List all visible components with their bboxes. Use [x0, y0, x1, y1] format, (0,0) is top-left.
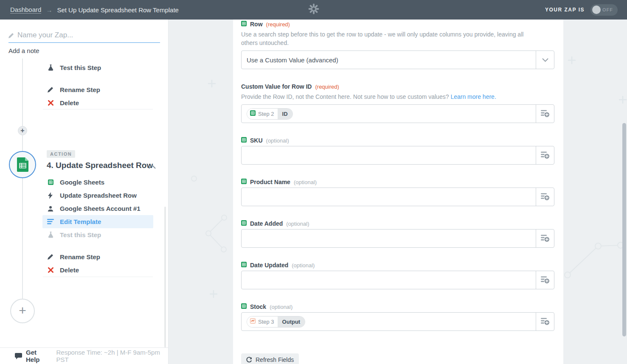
field-requirement: (required) — [266, 21, 290, 28]
field-label: Date Added — [250, 220, 283, 227]
field-help-text: Provide the Row ID, not the Content here… — [241, 92, 541, 101]
tag-field-label: Output — [278, 316, 305, 327]
list-icon — [47, 219, 54, 224]
step-field-tag[interactable]: Step 3Output — [247, 316, 305, 328]
sidebar-item-edit-template[interactable]: Edit Template — [42, 215, 153, 228]
sidebar-item-label: Test this Step — [60, 64, 101, 71]
field-input-area[interactable]: Step 3Output — [242, 313, 536, 330]
zapier-asterisk-icon — [308, 3, 319, 16]
tag-field-label: ID — [278, 109, 292, 119]
field-label-row: Stock(optional) — [241, 302, 554, 311]
field-label: Custom Value for Row ID — [241, 83, 312, 90]
sheets-icon — [47, 179, 54, 185]
step-app-icon[interactable] — [9, 151, 36, 178]
field-requirement: (optional) — [294, 179, 317, 185]
toggle-knob — [592, 6, 601, 14]
sheets-icon — [241, 137, 247, 144]
field-label: Stock — [250, 303, 266, 310]
field-label-row: Product Name(optional) — [241, 178, 554, 186]
insert-fields-button[interactable] — [536, 230, 554, 247]
add-note-link[interactable]: Add a note — [8, 47, 39, 54]
insert-fields-icon — [541, 193, 550, 201]
flask-icon — [47, 64, 54, 71]
insert-fields-button[interactable] — [536, 188, 554, 206]
insert-fields-button[interactable] — [536, 105, 554, 123]
sidebar-item-update-spreadsheet-row[interactable]: Update Spreadsheet Row — [42, 189, 153, 202]
field-label: Row — [250, 21, 263, 28]
main-scrollbar[interactable] — [622, 123, 626, 336]
chat-bubble-icon — [15, 353, 22, 359]
sidebar-item-label: Test this Step — [60, 231, 101, 238]
field-label: Date Updated — [250, 262, 288, 269]
sidebar-item-label: Rename Step — [60, 86, 100, 93]
person-icon — [47, 206, 54, 212]
zap-status-label: YOUR ZAP IS — [545, 7, 585, 13]
field-input-date-added — [241, 229, 554, 248]
sidebar-item-test-this-step[interactable]: Test this Step — [47, 63, 101, 72]
sidebar: Add a note Test this StepRename StepDele… — [0, 20, 169, 364]
tag-step-label: Step 3 — [258, 319, 274, 325]
field-sku: SKU(optional) — [241, 136, 554, 165]
sidebar-item-test-this-step[interactable]: Test this Step — [42, 228, 153, 241]
pencil-icon — [47, 87, 54, 92]
refresh-icon — [246, 357, 252, 363]
field-requirement: (required) — [315, 84, 339, 90]
refresh-fields-button[interactable]: Refresh Fields — [241, 353, 299, 364]
sidebar-item-rename-step[interactable]: Rename Step — [47, 85, 100, 94]
action-badge: ACTION — [47, 150, 75, 158]
field-input-area[interactable]: Step 2ID — [242, 105, 536, 123]
dropdown-toggle[interactable] — [536, 51, 554, 69]
step-field-tag[interactable]: Step 2ID — [247, 108, 293, 120]
field-input-area[interactable] — [242, 188, 536, 206]
breadcrumb: Dashboard → Set Up Update Spreadsheet Ro… — [10, 0, 179, 20]
row-select: Use a Custom Value (advanced) — [241, 50, 554, 69]
field-date-added: Date Added(optional) — [241, 219, 554, 248]
field-help-text: Provide the Row ID, not the Content here… — [241, 93, 450, 100]
insert-fields-button[interactable] — [536, 146, 554, 164]
chevron-up-icon[interactable] — [149, 163, 156, 171]
field-label-row: SKU(optional) — [241, 136, 554, 145]
sidebar-item-delete[interactable]: Delete — [47, 98, 79, 107]
breadcrumb-arrow: → — [46, 6, 52, 14]
field-input-product-name — [241, 188, 554, 206]
field-product-name: Product Name(optional) — [241, 178, 554, 206]
select-value-area[interactable]: Use a Custom Value (advanced) — [242, 51, 536, 69]
field-input-area[interactable] — [242, 271, 536, 289]
zap-name-input[interactable] — [17, 31, 160, 39]
dashboard-link[interactable]: Dashboard — [10, 6, 41, 14]
sidebar-scrollbar[interactable] — [164, 207, 166, 347]
help-footer: Get Help Response Time: ~2h | M-F 9am-5p… — [0, 347, 168, 364]
insert-fields-button[interactable] — [536, 313, 554, 330]
field-label-row: Row(required) — [241, 20, 554, 28]
insert-fields-icon — [541, 318, 550, 325]
menu-divider — [43, 277, 153, 277]
sidebar-item-google-sheets[interactable]: Google Sheets — [42, 176, 153, 189]
zap-status-group: YOUR ZAP IS OFF — [545, 0, 618, 20]
bolt-icon — [47, 192, 54, 199]
page-title: Set Up Update Spreadsheet Row Template — [57, 6, 179, 14]
sidebar-item-google-sheets-account-1[interactable]: Google Sheets Account #1 — [42, 202, 153, 215]
field-input-area[interactable] — [242, 146, 536, 164]
field-input-custom-value-for-row-id: Step 2ID — [241, 104, 554, 123]
sheets-icon — [241, 20, 247, 28]
sheets-icon — [250, 110, 256, 117]
sidebar-item-rename-step[interactable]: Rename Step — [47, 252, 100, 261]
zap-on-off-toggle[interactable]: OFF — [590, 4, 618, 16]
sheets-icon — [241, 220, 247, 227]
edit-template-panel: Row(required)Use a search step before th… — [233, 20, 563, 364]
x-icon — [47, 100, 54, 106]
field-requirement: (optional) — [266, 137, 289, 144]
sidebar-item-label: Google Sheets — [60, 179, 104, 186]
get-help-link[interactable]: Get Help — [26, 349, 51, 363]
zap-name-row — [8, 31, 160, 43]
insert-fields-button[interactable] — [536, 271, 554, 289]
toggle-state-label: OFF — [602, 7, 613, 12]
sidebar-item-label: Rename Step — [60, 253, 100, 260]
field-requirement: (optional) — [292, 262, 315, 269]
insert-step-button[interactable]: + — [18, 126, 27, 135]
add-step-button[interactable]: + — [10, 299, 35, 323]
field-help-text: Use a search step before this to get the… — [241, 30, 541, 47]
learn-more-link[interactable]: Learn more here. — [450, 93, 496, 100]
sidebar-item-delete[interactable]: Delete — [47, 266, 79, 274]
field-input-area[interactable] — [242, 230, 536, 247]
